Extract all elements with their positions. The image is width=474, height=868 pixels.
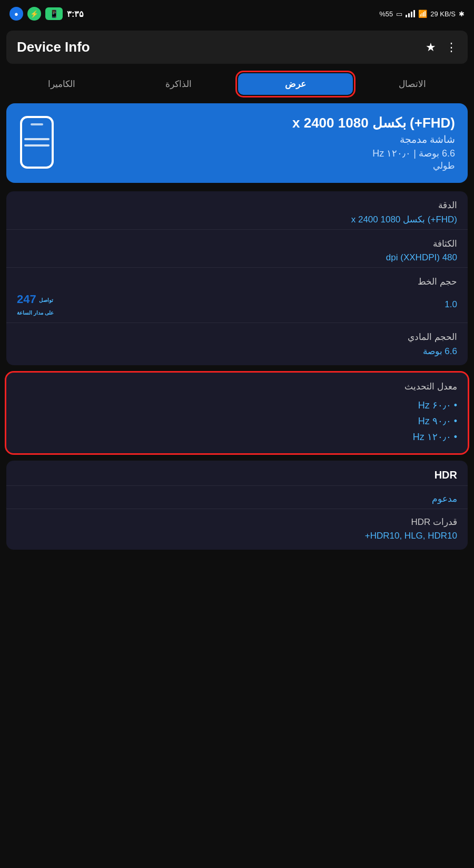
hdr-capabilities-label: قدرات HDR <box>17 516 457 528</box>
hdr-section-title: HDR <box>17 469 457 481</box>
status-bar: %55 ▭ 📶 29 KB/S ✱ ● ⚡ 📱 ۳:۳۵ <box>0 0 474 27</box>
phone-icon <box>19 116 55 171</box>
resolution-label: الدقة <box>17 200 457 211</box>
hdr-capabilities-row: قدرات HDR HDR10, HLG, HDR10+ <box>6 509 468 545</box>
physicalsize-label: الحجم المادي <box>17 331 457 343</box>
resolution-value: (FHD+) بكسل 1080 x 2400 <box>17 214 457 225</box>
battery-saver-icon: ⚡ <box>27 7 41 21</box>
status-time: ۳:۳۵ <box>67 9 84 19</box>
tab-camera[interactable]: الكاميرا <box>4 73 119 95</box>
hero-detail: 6.6 بوصة | Hz ۱۲۰٫۰ <box>55 148 455 159</box>
status-right: ● ⚡ 📱 ۳:۳۵ <box>9 7 84 21</box>
page-title: Device Info <box>17 39 90 55</box>
network-speed: 29 KB/S <box>430 10 456 18</box>
svg-rect-3 <box>24 144 50 147</box>
top-bar-actions: ⋮ ★ <box>426 41 457 54</box>
hero-subtitle: شاشة مدمجة <box>55 133 455 145</box>
refresh-rate-item-1: • ۹۰٫۰ Hz <box>17 413 457 429</box>
favorite-icon[interactable]: ★ <box>426 41 436 54</box>
top-bar: ⋮ ★ Device Info <box>6 31 468 64</box>
tab-connection[interactable]: الاتصال <box>355 73 470 95</box>
hdr-supported-value: مدعوم <box>17 493 457 504</box>
physicalsize-value: 6.6 بوصة <box>17 346 457 357</box>
density-label: الكثافة <box>17 238 457 249</box>
wifi-icon: 📶 <box>418 9 427 18</box>
status-left: %55 ▭ 📶 29 KB/S ✱ <box>379 9 465 18</box>
info-card: الدقة (FHD+) بكسل 1080 x 2400 الكثافة 48… <box>6 191 468 365</box>
fontsize-value: 1.0 <box>445 299 457 310</box>
info-row-density: الكثافة 480 dpi (XXHDPI) <box>6 230 468 268</box>
svg-rect-2 <box>24 138 50 140</box>
signal-icon <box>406 10 415 17</box>
nfc-icon: ● <box>9 7 23 21</box>
watermark-logo: 247 تواصلعلى مدار الساعة <box>17 292 54 318</box>
hero-orientation: طولي <box>55 160 455 171</box>
tab-memory[interactable]: الذاكرة <box>121 73 236 95</box>
hdr-capabilities-value: HDR10, HLG, HDR10+ <box>17 531 457 541</box>
refresh-rate-label: معدل التحديث <box>17 381 457 392</box>
tab-display[interactable]: عرض <box>238 73 353 95</box>
hero-card: (FHD+) بكسل 1080 x 2400 شاشة مدمجة 6.6 ب… <box>6 103 468 183</box>
screen-cast-icon: 📱 <box>45 7 63 20</box>
refresh-rate-section: معدل التحديث • ۶۰٫۰ Hz • ۹۰٫۰ Hz • ۱۲۰٫۰… <box>6 373 468 453</box>
watermark: 247 تواصلعلى مدار الساعة <box>17 292 54 318</box>
hero-text: (FHD+) بكسل 1080 x 2400 شاشة مدمجة 6.6 ب… <box>55 115 455 171</box>
battery-icon: ▭ <box>396 10 402 18</box>
info-row-physicalsize: الحجم المادي 6.6 بوصة <box>6 323 468 361</box>
hdr-supported-row: مدعوم <box>6 486 468 509</box>
svg-rect-1 <box>31 123 43 125</box>
fontsize-label: حجم الخط <box>17 276 457 287</box>
menu-icon[interactable]: ⋮ <box>446 41 457 54</box>
bluetooth-icon: ✱ <box>459 10 465 18</box>
info-row-fontsize: حجم الخط 1.0 247 تواصلعلى مدار الساعة <box>6 268 468 323</box>
refresh-rate-item-2: • ۱۲۰٫۰ Hz <box>17 429 457 445</box>
hdr-card: HDR مدعوم قدرات HDR HDR10, HLG, HDR10+ <box>6 461 468 550</box>
hdr-title-row: HDR <box>6 461 468 486</box>
battery-percent: %55 <box>379 10 393 18</box>
tabs-container: الاتصال عرض الذاكرة الكاميرا <box>0 67 474 95</box>
hero-title: (FHD+) بكسل 1080 x 2400 <box>55 115 455 131</box>
info-row-resolution: الدقة (FHD+) بكسل 1080 x 2400 <box>6 191 468 230</box>
refresh-rate-item-0: • ۶۰٫۰ Hz <box>17 397 457 413</box>
density-value: 480 dpi (XXHDPI) <box>17 252 457 263</box>
